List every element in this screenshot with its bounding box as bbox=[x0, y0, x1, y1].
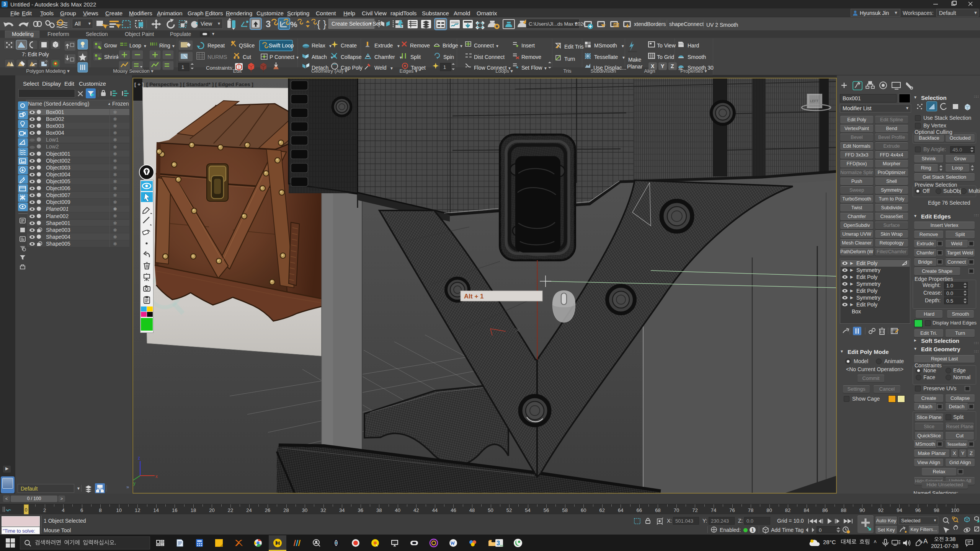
svg-text:}: } bbox=[323, 18, 327, 30]
svg-text:Shrink: Shrink bbox=[104, 54, 120, 60]
svg-text:Repeat: Repeat bbox=[207, 42, 225, 49]
svg-text:Ring: Ring bbox=[159, 42, 170, 49]
svg-text:[ Perspective ] [ Standard* ]: [ Perspective ] [ Standard* ] [ Edged Fa… bbox=[146, 82, 253, 87]
svg-text:x: x bbox=[155, 474, 158, 479]
svg-text:Y: Y bbox=[661, 63, 665, 69]
svg-text:▼: ▼ bbox=[397, 44, 400, 48]
svg-text:Edit Tris: Edit Tris bbox=[564, 44, 584, 50]
svg-text:1: 1 bbox=[181, 64, 184, 70]
svg-text:Target: Target bbox=[411, 65, 426, 71]
svg-text:Turn: Turn bbox=[564, 56, 575, 62]
svg-text:Extrude: Extrude bbox=[374, 42, 393, 49]
svg-text:Relax: Relax bbox=[312, 42, 325, 49]
svg-text:▼: ▼ bbox=[390, 66, 394, 70]
svg-text:3: 3 bbox=[497, 540, 500, 546]
svg-text:{: { bbox=[317, 18, 320, 30]
svg-text:Collapse: Collapse bbox=[341, 54, 362, 60]
svg-text:QSlice: QSlice bbox=[239, 42, 255, 49]
svg-text:▼: ▼ bbox=[621, 44, 625, 48]
svg-text:Cap Poly: Cap Poly bbox=[341, 65, 363, 71]
svg-text:▼: ▼ bbox=[328, 44, 332, 48]
svg-text:MAX: MAX bbox=[500, 544, 504, 547]
svg-text:Make: Make bbox=[628, 57, 641, 63]
svg-text:NURMS: NURMS bbox=[207, 54, 227, 60]
svg-text:3: 3 bbox=[266, 19, 271, 29]
svg-text:▼: ▼ bbox=[544, 66, 547, 70]
svg-text:Constraints:: Constraints: bbox=[206, 65, 234, 71]
svg-text:Weld: Weld bbox=[374, 65, 387, 71]
svg-text:Tessellate: Tessellate bbox=[594, 54, 618, 60]
svg-text:y: y bbox=[133, 481, 136, 486]
svg-text:Attach: Attach bbox=[312, 54, 327, 60]
svg-text:Loop: Loop bbox=[129, 42, 141, 49]
svg-text:[ + ]: [ + ] bbox=[134, 82, 144, 87]
svg-text:30: 30 bbox=[678, 67, 682, 71]
svg-text:▼: ▼ bbox=[143, 44, 147, 48]
svg-text:Remove: Remove bbox=[521, 54, 541, 60]
svg-text:Swift Loop: Swift Loop bbox=[269, 42, 294, 49]
svg-text:Bridge: Bridge bbox=[443, 42, 458, 49]
svg-text:Alt + 1: Alt + 1 bbox=[464, 293, 484, 300]
svg-text:P Connect: P Connect bbox=[270, 54, 294, 60]
svg-text:z: z bbox=[138, 455, 140, 461]
svg-text:Dist Connect: Dist Connect bbox=[474, 54, 505, 60]
svg-text:Cut: Cut bbox=[243, 54, 251, 60]
svg-text:Hard: Hard bbox=[688, 42, 699, 49]
svg-text:▼: ▼ bbox=[495, 44, 499, 48]
svg-text:Z: Z bbox=[671, 63, 674, 69]
svg-text:▼: ▼ bbox=[622, 55, 626, 60]
svg-text:Planar: Planar bbox=[627, 64, 643, 70]
svg-text:LEFT: LEFT bbox=[810, 99, 819, 103]
svg-text:Smooth: Smooth bbox=[688, 54, 706, 60]
svg-text:1: 1 bbox=[443, 64, 446, 70]
svg-text:Split: Split bbox=[410, 54, 421, 60]
svg-text:Remove: Remove bbox=[410, 42, 430, 49]
svg-text:xtendBorders: xtendBorders bbox=[634, 21, 666, 27]
svg-text:Detach: Detach bbox=[312, 65, 328, 71]
svg-text:7: Edit Poly: 7: Edit Poly bbox=[22, 51, 49, 57]
svg-text:To View: To View bbox=[657, 42, 676, 49]
svg-text:Smooth 30: Smooth 30 bbox=[688, 65, 714, 71]
svg-text:Insert: Insert bbox=[521, 42, 535, 49]
svg-text:Connect: Connect bbox=[474, 42, 494, 49]
svg-text:Grow: Grow bbox=[104, 42, 117, 49]
svg-text:▼: ▼ bbox=[508, 66, 511, 70]
svg-text:Create: Create bbox=[341, 42, 357, 49]
svg-text:▼: ▼ bbox=[296, 55, 299, 60]
svg-text:Spin: Spin bbox=[443, 54, 454, 60]
svg-text:Use Displac...: Use Displac... bbox=[593, 65, 626, 71]
svg-text:To Grid: To Grid bbox=[657, 54, 674, 60]
svg-text:shapeConnect: shapeConnect bbox=[669, 21, 704, 27]
svg-text:Flow Connect: Flow Connect bbox=[474, 65, 507, 71]
svg-text:X: X bbox=[651, 63, 655, 69]
svg-text:▼: ▼ bbox=[459, 44, 463, 48]
svg-text:Chamfer: Chamfer bbox=[374, 54, 395, 60]
svg-text:Set Flow: Set Flow bbox=[521, 65, 542, 71]
svg-text:MSmooth: MSmooth bbox=[594, 42, 617, 49]
svg-text:▼: ▼ bbox=[172, 44, 175, 48]
svg-text:%: % bbox=[290, 20, 297, 29]
